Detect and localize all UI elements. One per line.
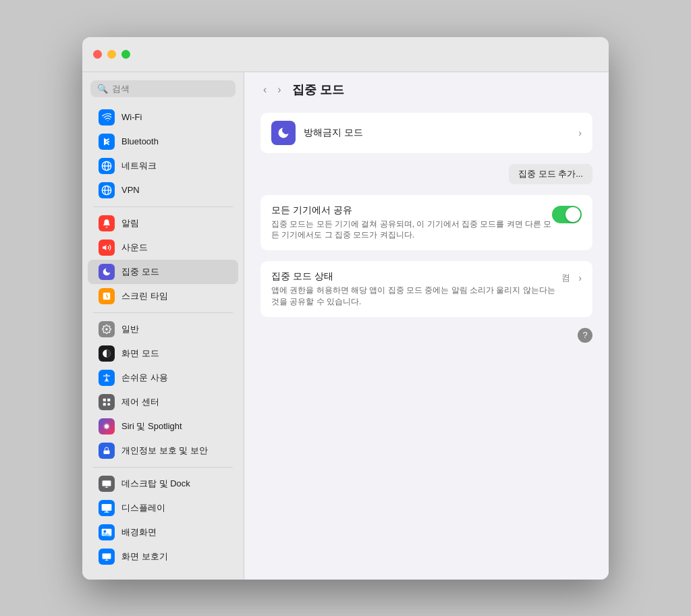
sidebar-item-control[interactable]: 제어 센터 (88, 390, 238, 414)
focus-status-chevron-icon: › (578, 273, 582, 283)
sidebar-item-bluetooth[interactable]: Bluetooth (88, 130, 238, 154)
sidebar-item-wifi-label: Wi-Fi (121, 112, 142, 122)
svg-rect-18 (103, 480, 111, 486)
vpn-icon (99, 182, 115, 198)
share-toggle[interactable] (552, 206, 582, 223)
sidebar-item-siri-label: Siri 및 Spotlight (121, 420, 182, 432)
sidebar-item-wallpaper-label: 배경화면 (121, 526, 157, 538)
sidebar-item-screensaver[interactable]: 화면 보호기 (88, 544, 238, 569)
svg-marker-6 (103, 244, 106, 250)
titlebar (82, 37, 609, 72)
focus-status-desc: 앱에 권한을 허용하면 해당 앱이 집중 모드 중에는 알림 소리가 울리지 않… (271, 285, 561, 308)
focus-status-value: 켬 (561, 272, 570, 284)
focus-icon (99, 264, 115, 280)
desktop-icon (99, 476, 115, 492)
search-input[interactable] (112, 84, 229, 94)
sidebar-item-displays-label: 디스플레이 (121, 502, 165, 514)
alarm-icon (99, 215, 115, 231)
sidebar-item-general-label: 일반 (121, 323, 139, 335)
share-all-title: 모든 기기에서 공유 (271, 204, 552, 217)
wallpaper-icon (99, 524, 115, 540)
help-container: ? (260, 328, 592, 343)
sidebar-divider-1 (93, 206, 233, 207)
sidebar-item-wifi[interactable]: Wi-Fi (88, 105, 238, 130)
sidebar-item-displaymode[interactable]: 화면 모드 (88, 341, 238, 366)
chevron-right-icon: › (578, 128, 582, 138)
sidebar-item-focus-label: 집중 모드 (121, 266, 159, 278)
svg-point-25 (103, 530, 106, 532)
status-section: 집중 모드 상태 앱에 권한을 허용하면 해당 앱이 집중 모드 중에는 알림 … (260, 261, 592, 317)
main-body: 방해금지 모드 › 집중 모드 추가... 모든 기기에서 공유 집중 모드는 … (244, 107, 609, 580)
sidebar-divider-3 (93, 467, 233, 468)
sidebar-item-accessibility[interactable]: 손쉬운 사용 (88, 366, 238, 390)
focus-mode-entry[interactable]: 방해금지 모드 › (260, 113, 592, 153)
svg-point-16 (105, 424, 109, 428)
svg-rect-11 (103, 398, 106, 401)
sidebar-item-wallpaper[interactable]: 배경화면 (88, 520, 238, 544)
general-icon (99, 321, 115, 337)
sidebar-item-general[interactable]: 일반 (88, 317, 238, 341)
sidebar-group-notifications: 알림 사운드 집중 모드 (82, 211, 244, 308)
sidebar-group-system: 일반 화면 모드 손쉬운 사용 (82, 317, 244, 463)
add-focus-button[interactable]: 집중 모드 추가... (509, 164, 592, 184)
accessibility-icon (99, 370, 115, 386)
forward-button[interactable]: › (275, 82, 283, 97)
sidebar-item-alarm[interactable]: 알림 (88, 211, 238, 235)
share-all-content: 모든 기기에서 공유 집중 모드는 모든 기기에 걸쳐 공유되며, 이 기기에서… (271, 204, 552, 242)
share-all-row[interactable]: 모든 기기에서 공유 집중 모드는 모든 기기에 걸쳐 공유되며, 이 기기에서… (260, 195, 592, 251)
maximize-button[interactable] (121, 50, 130, 59)
share-all-right (552, 206, 582, 223)
privacy-icon (99, 443, 115, 459)
sidebar-group-display: 데스크탑 및 Dock 디스플레이 배경화면 (82, 472, 244, 569)
sidebar-item-screentime[interactable]: 스크린 타임 (88, 284, 238, 308)
sidebar-item-control-label: 제어 센터 (121, 396, 159, 408)
sidebar-item-bluetooth-label: Bluetooth (121, 136, 159, 146)
sidebar-item-privacy[interactable]: 개인정보 보호 및 보안 (88, 439, 238, 463)
screensaver-icon (99, 549, 115, 565)
svg-point-10 (106, 374, 107, 375)
main-header: ‹ › 집중 모드 (244, 72, 609, 107)
svg-rect-21 (102, 504, 112, 511)
search-bar[interactable]: 🔍 (90, 80, 236, 97)
minimize-button[interactable] (107, 50, 116, 59)
sidebar-item-sound[interactable]: 사운드 (88, 235, 238, 260)
focus-status-row[interactable]: 집중 모드 상태 앱에 권한을 허용하면 해당 앱이 집중 모드 중에는 알림 … (260, 261, 592, 317)
sidebar-item-focus[interactable]: 집중 모드 (88, 260, 238, 284)
network-icon (99, 158, 115, 174)
svg-point-8 (105, 328, 108, 331)
wifi-icon (99, 109, 115, 125)
displaymode-icon (99, 345, 115, 362)
control-icon (99, 394, 115, 410)
main-content: ‹ › 집중 모드 방해금지 모드 › 집중 모드 (244, 72, 609, 580)
share-all-desc: 집중 모드는 모든 기기에 걸쳐 공유되며, 이 기기에서 집중 모드를 켜면 … (271, 219, 552, 242)
back-button[interactable]: ‹ (260, 82, 269, 97)
focus-mode-name: 방해금지 모드 (304, 127, 578, 139)
sidebar-item-sound-label: 사운드 (121, 242, 148, 254)
content-area: 🔍 Wi-Fi (82, 72, 609, 580)
sidebar: 🔍 Wi-Fi (82, 72, 244, 580)
help-button[interactable]: ? (578, 328, 592, 343)
sidebar-item-displays[interactable]: 디스플레이 (88, 496, 238, 520)
sidebar-item-network-label: 네트워크 (121, 160, 157, 172)
focus-mode-card: 방해금지 모드 › (260, 113, 592, 153)
focus-status-right: 켬 › (561, 272, 582, 284)
close-button[interactable] (93, 50, 102, 59)
sidebar-item-desktop[interactable]: 데스크탑 및 Dock (88, 472, 238, 496)
sidebar-item-desktop-label: 데스크탑 및 Dock (121, 478, 190, 490)
sidebar-item-displaymode-label: 화면 모드 (121, 347, 159, 360)
focus-mode-icon (271, 121, 296, 145)
page-title: 집중 모드 (292, 82, 344, 98)
sidebar-item-vpn-label: VPN (121, 185, 140, 195)
sidebar-divider-2 (93, 312, 233, 313)
search-icon: 🔍 (97, 84, 108, 94)
sidebar-item-siri[interactable]: Siri 및 Spotlight (88, 414, 238, 439)
sound-icon (99, 240, 115, 256)
svg-rect-26 (103, 553, 111, 559)
main-window: 🔍 Wi-Fi (82, 37, 609, 580)
svg-rect-12 (107, 398, 110, 401)
svg-point-14 (107, 403, 110, 405)
add-focus-container: 집중 모드 추가... (260, 164, 592, 184)
displays-icon (99, 500, 115, 516)
sidebar-item-network[interactable]: 네트워크 (88, 154, 238, 178)
sidebar-item-vpn[interactable]: VPN (88, 178, 238, 202)
